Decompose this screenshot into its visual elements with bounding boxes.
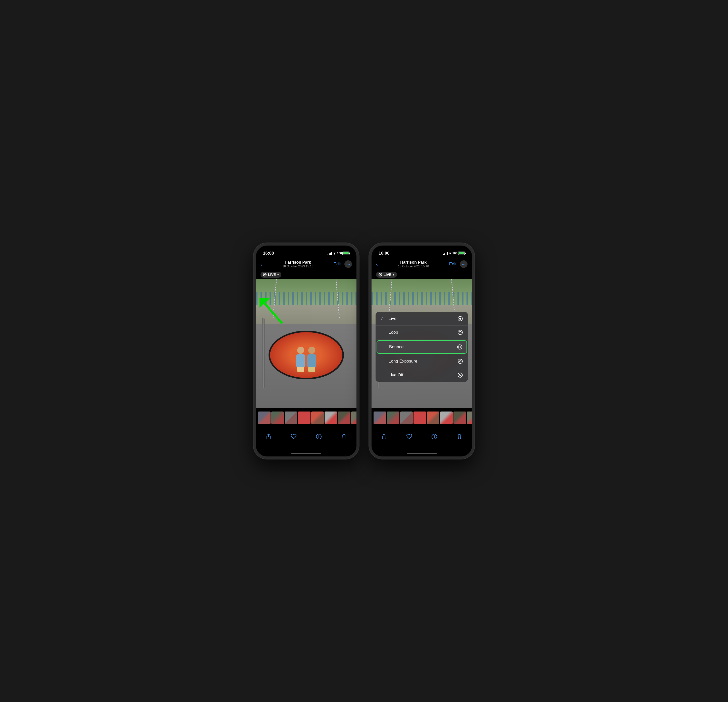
nav-actions-right: Edit ••• (449, 260, 468, 268)
signal-icon-right (443, 252, 448, 255)
home-bar (291, 453, 321, 454)
menu-label-live: Live (389, 316, 396, 321)
status-time-right: 16:08 (378, 251, 389, 256)
svg-point-8 (458, 330, 462, 335)
thumb-r1[interactable] (374, 411, 386, 424)
menu-item-live[interactable]: ✓ Live (376, 312, 468, 326)
edit-button[interactable]: Edit (334, 262, 341, 267)
thumbnail-strip-right (371, 408, 472, 428)
thumb-3[interactable] (285, 411, 297, 424)
nav-title-sub-right: 18 October 2023 15:10 (398, 265, 429, 268)
nav-actions: Edit ••• (334, 260, 352, 268)
signal-icon (328, 252, 332, 255)
thumb-7[interactable] (338, 411, 350, 424)
checkmark-icon: ✓ (380, 316, 386, 321)
live-bar: LIVE ▾ (256, 270, 357, 279)
thumbnail-strip (256, 408, 357, 428)
nav-title-main: Harrison Park (282, 260, 313, 265)
live-label: LIVE (268, 272, 276, 277)
bottom-toolbar-right (371, 428, 472, 450)
live-chevron-icon-right: ▾ (393, 273, 394, 277)
thumb-r4[interactable] (413, 411, 426, 424)
svg-point-7 (459, 318, 461, 320)
dynamic-island (291, 249, 321, 258)
thumb-r7[interactable] (454, 411, 466, 424)
thumb-r5[interactable] (427, 411, 439, 424)
status-icons: ▾ 100 (328, 251, 350, 255)
thumb-4[interactable] (298, 411, 311, 424)
children-figure (266, 314, 347, 372)
live-chevron-icon: ▾ (277, 273, 279, 277)
live-menu-icon (457, 315, 464, 322)
wifi-icon: ▾ (334, 251, 335, 255)
thumb-r3[interactable] (400, 411, 413, 424)
heart-button-right[interactable] (405, 432, 414, 441)
wifi-icon-right: ▾ (449, 251, 451, 255)
battery-icon: 100 (337, 252, 350, 255)
status-icons-right: ▾ 100 (443, 251, 465, 255)
photo-area (256, 279, 357, 408)
child-1 (296, 347, 305, 372)
edit-button-right[interactable]: Edit (449, 262, 456, 267)
menu-item-bounce[interactable]: ✓ Bounce (377, 340, 467, 354)
dynamic-island-right (407, 249, 437, 258)
back-button-right[interactable]: ‹ (376, 261, 378, 267)
nav-title: Harrison Park 18 October 2023 15:10 (282, 260, 313, 268)
live-badge-right[interactable]: LIVE ▾ (376, 272, 397, 278)
svg-point-11 (459, 360, 461, 362)
thumb-r8[interactable] (467, 411, 472, 424)
photo-area-right: ✓ Live ✓ Loop (371, 279, 472, 408)
checkmark-placeholder-long: ✓ (380, 359, 386, 364)
child-2 (307, 347, 316, 372)
thumb-6[interactable] (325, 411, 337, 424)
checkmark-placeholder-bounce: ✓ (381, 345, 386, 350)
battery-icon-right: 100 (452, 252, 465, 255)
more-button-right[interactable]: ••• (460, 260, 468, 268)
back-button[interactable]: ‹ (260, 261, 262, 267)
menu-label-bounce: Bounce (389, 345, 404, 349)
thumb-r6[interactable] (440, 411, 453, 424)
status-time: 16:08 (263, 251, 274, 256)
loop-menu-icon (457, 329, 464, 336)
delete-button[interactable] (339, 432, 348, 441)
menu-label-live-off: Live Off (389, 373, 403, 378)
thumb-2[interactable] (271, 411, 284, 424)
menu-item-live-off[interactable]: ✓ Live Off (376, 368, 468, 382)
menu-item-loop[interactable]: ✓ Loop (376, 326, 468, 339)
thumb-5[interactable] (311, 411, 324, 424)
live-bar-right: LIVE ▾ (371, 270, 472, 279)
live-dot-icon-right (378, 273, 382, 277)
thumb-1[interactable] (258, 411, 270, 424)
live-dropdown-menu: ✓ Live ✓ Loop (376, 312, 468, 382)
thumb-8[interactable] (351, 411, 357, 424)
live-dot-icon (263, 273, 267, 277)
nav-bar-right: ‹ Harrison Park 18 October 2023 15:10 Ed… (371, 259, 472, 270)
long-exposure-menu-icon (457, 358, 464, 365)
nav-title-main-right: Harrison Park (398, 260, 429, 265)
live-badge[interactable]: LIVE ▾ (260, 272, 281, 278)
heart-button[interactable] (289, 432, 298, 441)
svg-point-5 (319, 435, 319, 435)
delete-button-right[interactable] (455, 432, 464, 441)
menu-label-long-exposure: Long Exposure (389, 359, 417, 364)
svg-point-22 (434, 435, 435, 435)
more-button[interactable]: ••• (344, 260, 352, 268)
nav-title-right: Harrison Park 18 October 2023 15:10 (398, 260, 429, 268)
share-button-right[interactable] (380, 432, 389, 441)
left-phone: 16:08 ▾ 100 ‹ Harrison Park 18 October 2 (253, 243, 359, 459)
svg-line-18 (458, 373, 462, 377)
info-button[interactable] (314, 432, 323, 441)
right-phone: 16:08 ▾ 100 ‹ Harrison Park 18 October 2 (369, 243, 475, 459)
info-button-right[interactable] (430, 432, 439, 441)
share-button[interactable] (264, 432, 273, 441)
nav-title-sub: 18 October 2023 15:10 (282, 265, 313, 268)
menu-label-loop: Loop (389, 330, 398, 335)
nav-bar: ‹ Harrison Park 18 October 2023 15:10 Ed… (256, 259, 357, 270)
thumb-r2[interactable] (387, 411, 399, 424)
menu-item-long-exposure[interactable]: ✓ Long Exposure (376, 355, 468, 368)
battery-label-right: 100 (452, 252, 458, 255)
bottom-toolbar (256, 428, 357, 450)
pole-icon (262, 318, 264, 389)
live-off-menu-icon (457, 372, 464, 378)
live-label-right: LIVE (384, 272, 391, 277)
